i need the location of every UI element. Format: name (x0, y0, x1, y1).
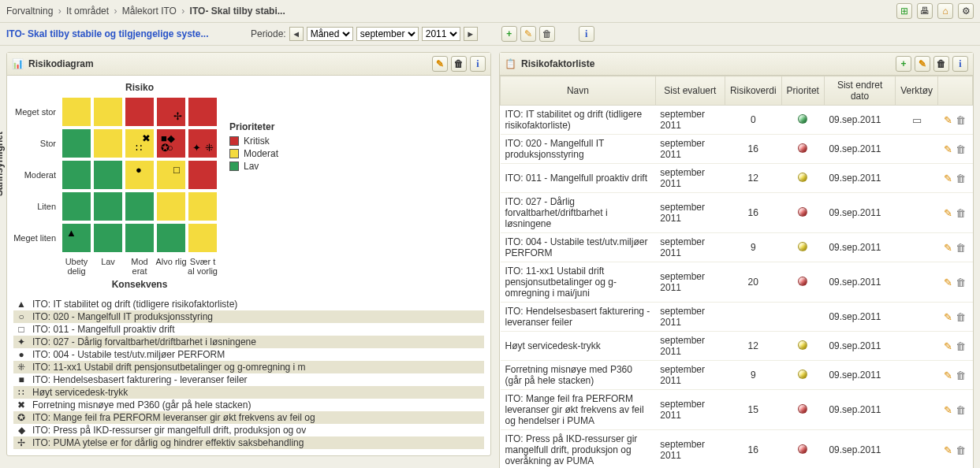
cell-last-changed: 09.sep.2011 (824, 390, 895, 430)
row-edit-button[interactable]: ✎ (944, 311, 952, 323)
info-button[interactable]: i (579, 26, 594, 42)
risk-list-label: ITO: 020 - Mangelfull IT produksjonsstyr… (32, 311, 213, 322)
row-delete-button[interactable]: 🗑 (956, 173, 966, 184)
breadcrumb-current: ITO- Skal tilby stabi... (190, 6, 285, 17)
home-icon[interactable]: ⌂ (937, 3, 953, 19)
risk-list-item[interactable]: □ITO: 011 - Mangelfull proaktiv drift (13, 323, 484, 336)
row-edit-button[interactable]: ✎ (944, 242, 952, 254)
table-row[interactable]: ITO: Press på IKD-ressurser gir mangelfu… (501, 430, 973, 469)
table-row[interactable]: Forretning misnøye med P360 (går på hele… (501, 361, 973, 390)
panel-edit-button[interactable]: ✎ (915, 56, 930, 72)
cell-last-changed: 09.sep.2011 (824, 361, 895, 390)
table-row[interactable]: ITO: Mange feil fra PERFORM leveranser g… (501, 390, 973, 430)
column-header[interactable]: Navn (501, 76, 656, 106)
table-row[interactable]: ITO: IT stabilitet og drift (tidligere r… (501, 106, 973, 135)
period-month-select[interactable]: september (356, 27, 419, 41)
row-edit-button[interactable]: ✎ (944, 404, 952, 416)
risk-list-item[interactable]: ●ITO: 004 - Ustabile test/utv.miljøer PE… (13, 348, 484, 361)
cell-risk-value: 12 (725, 164, 781, 193)
row-edit-button[interactable]: ✎ (944, 173, 952, 184)
print-icon[interactable]: 🖶 (917, 3, 933, 19)
row-edit-button[interactable]: ✎ (944, 143, 952, 155)
cell-risk-value: 15 (725, 390, 781, 430)
panel-edit-button[interactable]: ✎ (432, 56, 448, 72)
cell-tool (896, 193, 938, 233)
risk-list-item[interactable]: ◆ITO: Press på IKD-ressurser gir mangelf… (13, 424, 484, 436)
cell-priority (781, 106, 824, 135)
row-delete-button[interactable]: 🗑 (956, 277, 966, 288)
risk-list-item[interactable]: ⁜ITO: 11-xx1 Ustabil drift pensjonsutbet… (13, 361, 484, 373)
column-header[interactable]: Sist evaluert (655, 76, 725, 106)
cell-actions: ✎🗑 (937, 332, 972, 361)
tool-icon[interactable]: ▭ (912, 114, 922, 126)
marker-symbol-icon: ○ (15, 311, 28, 322)
row-edit-button[interactable]: ✎ (944, 370, 952, 381)
cell-name: ITO: 027 - Dårlig forvaltbarhet/driftbar… (501, 193, 656, 233)
period-year-select[interactable]: 2011 (422, 27, 460, 41)
priority-dot-icon (798, 340, 807, 350)
main-area: 📊 Risikodiagram ✎ 🗑 i Risiko Sannsynligh… (0, 46, 980, 468)
risk-list-item[interactable]: ✪ITO: Mange feil fra PERFORM leveranser … (13, 411, 484, 424)
list-icon: 📋 (505, 58, 516, 69)
table-row[interactable]: ITO: Hendelsesbasert fakturering - lever… (501, 303, 973, 332)
row-edit-button[interactable]: ✎ (944, 114, 952, 126)
windows-icon[interactable]: ⊞ (896, 3, 912, 19)
table-row[interactable]: ITO: 11-xx1 Ustabil drift pensjonsutbeta… (501, 262, 973, 303)
cell-last-evaluated: september 2011 (655, 430, 725, 469)
period-granularity-select[interactable]: Måned (307, 27, 353, 41)
row-delete-button[interactable]: 🗑 (956, 404, 966, 416)
panel-info-button[interactable]: i (952, 56, 968, 72)
priority-dot-icon (798, 143, 807, 153)
risk-list-item[interactable]: ▲ITO: IT stabilitet og drift (tidligere … (13, 298, 484, 310)
row-delete-button[interactable]: 🗑 (956, 370, 966, 381)
breadcrumb-item[interactable]: Målekort ITO (122, 6, 177, 17)
period-prev-button[interactable]: ◄ (289, 27, 304, 41)
risk-list-label: ITO: Press på IKD-ressurser gir mangelfu… (32, 425, 306, 436)
panel-info-button[interactable]: i (470, 56, 486, 72)
risk-list-item[interactable]: ∷Høyt servicedesk-trykk (13, 386, 484, 399)
table-row[interactable]: ITO: 027 - Dårlig forvaltbarhet/driftbar… (501, 193, 973, 233)
risk-list-item[interactable]: ○ITO: 020 - Mangelfull IT produksjonssty… (13, 310, 484, 323)
panel-body: Risiko Sannsynlighet Meget storStorModer… (7, 76, 490, 455)
panel-delete-button[interactable]: 🗑 (933, 56, 949, 72)
panel-add-button[interactable]: + (896, 56, 911, 72)
cell-last-evaluated: september 2011 (655, 303, 725, 332)
legend-item: Lav (229, 161, 278, 172)
cell-last-evaluated: september 2011 (655, 164, 725, 193)
row-delete-button[interactable]: 🗑 (956, 444, 966, 456)
risk-list-item[interactable]: ■ITO: Hendelsesbasert fakturering - leve… (13, 373, 484, 386)
row-delete-button[interactable]: 🗑 (956, 311, 966, 323)
row-edit-button[interactable]: ✎ (944, 340, 952, 352)
risk-list-item[interactable]: ✢ITO: PUMA ytelse er for dårlig og hindr… (13, 436, 484, 449)
cell-name: ITO: Hendelsesbasert fakturering - lever… (501, 303, 656, 332)
period-label: Periode: (251, 28, 286, 39)
column-header[interactable]: Verktøy (896, 76, 938, 106)
row-delete-button[interactable]: 🗑 (956, 143, 966, 155)
risk-list-item[interactable]: ✦ITO: 027 - Dårlig forvaltbarhet/driftba… (13, 336, 484, 348)
row-delete-button[interactable]: 🗑 (956, 242, 966, 254)
risk-list-item[interactable]: ✖Forretning misnøye med P360 (går på hel… (13, 399, 484, 411)
row-edit-button[interactable]: ✎ (944, 444, 952, 456)
panel-delete-button[interactable]: 🗑 (451, 56, 467, 72)
table-row[interactable]: ITO: 011 - Mangelfull proaktiv driftsept… (501, 164, 973, 193)
marker-symbol-icon: □ (15, 324, 28, 335)
row-delete-button[interactable]: 🗑 (956, 207, 966, 219)
table-row[interactable]: ITO: 020 - Mangelfull IT produksjonsstyr… (501, 135, 973, 164)
breadcrumb-item[interactable]: It området (66, 6, 109, 17)
period-next-button[interactable]: ► (464, 27, 478, 41)
settings-icon[interactable]: ⚙ (958, 3, 974, 19)
breadcrumb-item[interactable]: Forvaltning (6, 6, 53, 17)
column-header[interactable]: Sist endret dato (824, 76, 895, 106)
cell-last-changed: 09.sep.2011 (824, 430, 895, 469)
delete-button[interactable]: 🗑 (539, 26, 555, 42)
row-edit-button[interactable]: ✎ (944, 277, 952, 288)
edit-button[interactable]: ✎ (520, 26, 536, 42)
row-edit-button[interactable]: ✎ (944, 207, 952, 219)
table-row[interactable]: Høyt servicedesk-trykkseptember 20111209… (501, 332, 973, 361)
column-header[interactable]: Risikoverdi (725, 76, 781, 106)
add-button[interactable]: + (501, 26, 517, 42)
row-delete-button[interactable]: 🗑 (956, 340, 966, 352)
column-header[interactable]: Prioritet (781, 76, 824, 106)
row-delete-button[interactable]: 🗑 (956, 114, 966, 126)
table-row[interactable]: ITO: 004 - Ustabile test/utv.miljøer PER… (501, 233, 973, 262)
